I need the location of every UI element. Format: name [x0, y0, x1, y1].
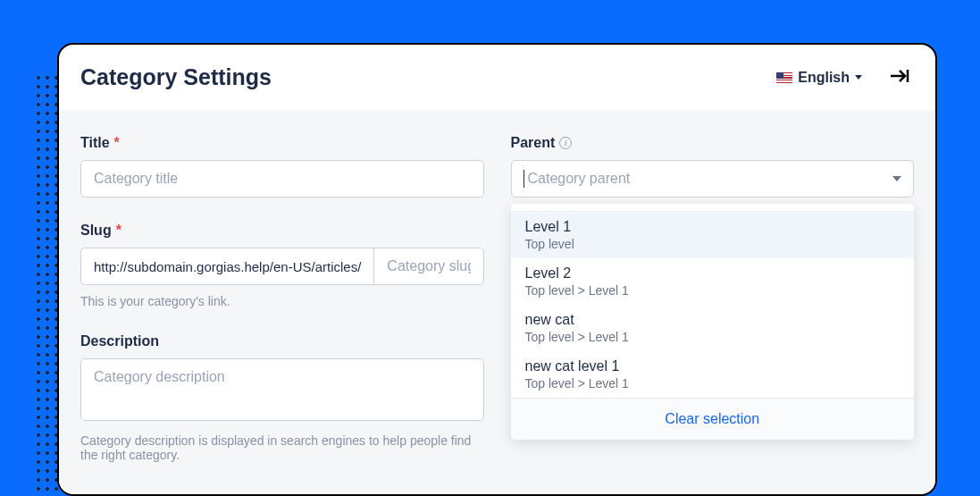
page-title: Category Settings [80, 64, 272, 90]
dropdown-item[interactable]: new catTop level > Level 1 [511, 305, 915, 351]
parent-input[interactable] [511, 160, 915, 198]
dropdown-item-sub: Top level > Level 1 [525, 283, 900, 298]
form-area: Title * Slug * http://subdomain.gorgias.… [59, 110, 935, 492]
title-input[interactable] [80, 160, 484, 198]
slug-input[interactable] [373, 248, 483, 285]
right-column: Parent i Level 1Top levelLevel 2Top leve… [511, 135, 915, 462]
slug-prefix: http://subdomain.gorgias.help/en-US/arti… [80, 248, 373, 285]
parent-select[interactable] [511, 160, 915, 198]
slug-helper: This is your category's link. [80, 294, 484, 308]
clear-selection-button[interactable]: Clear selection [511, 398, 915, 440]
dropdown-peek [511, 204, 915, 212]
dropdown-item-title: Level 2 [525, 265, 900, 282]
chevron-down-icon [855, 75, 862, 80]
language-selector[interactable]: English [776, 70, 862, 86]
slug-section: Slug * http://subdomain.gorgias.help/en-… [80, 223, 484, 285]
dropdown-item-sub: Top level > Level 1 [525, 376, 900, 391]
dropdown-item-sub: Top level [525, 237, 900, 251]
text-cursor [524, 170, 524, 188]
description-label: Description [80, 333, 484, 349]
us-flag-icon [776, 72, 792, 83]
dropdown-item-title: new cat [525, 312, 900, 328]
panel-header: Category Settings English [59, 45, 935, 110]
title-label: Title * [80, 135, 484, 151]
dropdown-item[interactable]: Level 1Top level [511, 212, 915, 258]
required-mark: * [114, 135, 120, 151]
language-label: English [798, 70, 850, 86]
left-column: Title * Slug * http://subdomain.gorgias.… [80, 135, 484, 462]
collapse-panel-icon[interactable] [889, 68, 910, 88]
parent-label: Parent i [511, 135, 915, 151]
dropdown-item-title: new cat level 1 [525, 358, 900, 374]
description-helper: Category description is displayed in sea… [80, 433, 484, 462]
dropdown-item-title: Level 1 [525, 219, 900, 235]
dropdown-item[interactable]: Level 2Top level > Level 1 [511, 258, 915, 305]
required-mark: * [116, 223, 121, 239]
description-input[interactable] [80, 358, 484, 421]
dropdown-item[interactable]: new cat level 1Top level > Level 1 [511, 351, 915, 398]
header-actions: English [776, 68, 910, 88]
settings-panel: Category Settings English Title [57, 43, 937, 496]
description-section: Description Category description is disp… [80, 333, 484, 462]
info-icon[interactable]: i [559, 137, 572, 149]
slug-label: Slug * [80, 223, 484, 239]
parent-dropdown: Level 1Top levelLevel 2Top level > Level… [511, 204, 915, 440]
dropdown-item-sub: Top level > Level 1 [525, 330, 900, 344]
